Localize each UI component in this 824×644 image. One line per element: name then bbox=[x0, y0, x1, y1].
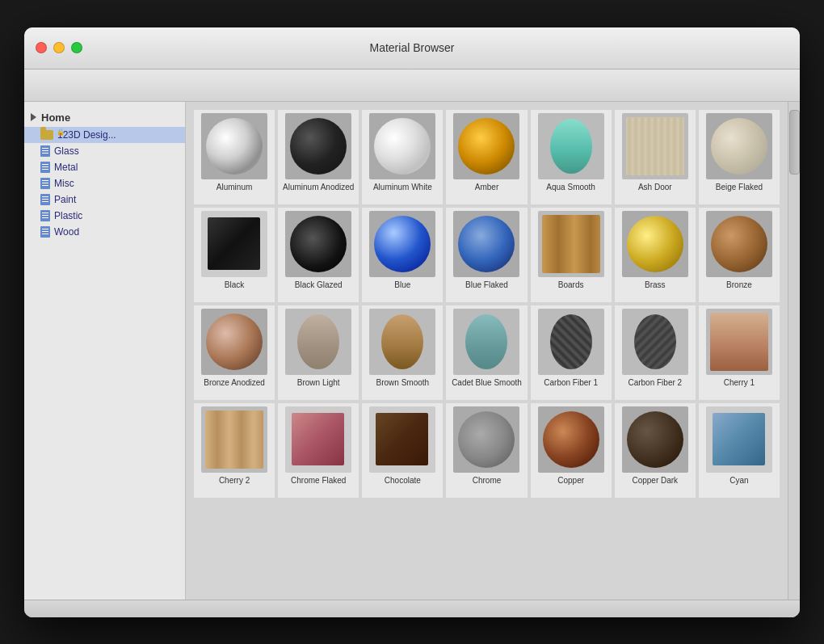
sidebar: Home 123D Desig... Glass Metal Misc bbox=[24, 102, 186, 600]
material-label-blue: Blue bbox=[394, 280, 410, 299]
ball-shape bbox=[206, 118, 263, 175]
ball-shape bbox=[290, 216, 347, 272]
ball-shape bbox=[458, 411, 515, 468]
sidebar-item-glass[interactable]: Glass bbox=[24, 143, 185, 159]
material-label-row4-5: Copper bbox=[557, 475, 584, 495]
sidebar-item-plastic[interactable]: Plastic bbox=[24, 208, 185, 224]
material-item-black-glazed[interactable]: Black Glazed bbox=[278, 208, 359, 302]
material-item-row4-6[interactable]: Copper Dark bbox=[615, 403, 696, 498]
material-item-brown-light[interactable]: Brown Light bbox=[278, 305, 359, 400]
material-item-aqua-smooth[interactable]: Aqua Smooth bbox=[531, 110, 612, 204]
material-item-bronze-anodized[interactable]: Bronze Anodized bbox=[194, 305, 275, 400]
cylinder-shape bbox=[550, 119, 592, 174]
main-content: Home 123D Desig... Glass Metal Misc bbox=[24, 102, 800, 600]
ball-shape bbox=[374, 216, 431, 272]
corner-shape bbox=[292, 413, 344, 465]
material-thumb-aluminum-anodized bbox=[285, 113, 351, 179]
material-item-brown-smooth[interactable]: Brown Smooth bbox=[362, 305, 443, 400]
material-label-carbon-fiber-2: Carbon Fiber 2 bbox=[628, 377, 682, 397]
material-item-carbon-fiber-1[interactable]: Carbon Fiber 1 bbox=[531, 305, 612, 400]
material-label-aluminum-anodized: Aluminum Anodized bbox=[283, 182, 354, 201]
material-item-row4-3[interactable]: Chocolate bbox=[362, 403, 443, 498]
material-thumb-bronze bbox=[706, 211, 772, 277]
material-thumb-row4-3 bbox=[369, 406, 435, 473]
material-grid-container[interactable]: AluminumAluminum AnodizedAluminum WhiteA… bbox=[186, 102, 788, 600]
material-item-blue-flaked[interactable]: Blue Flaked bbox=[446, 208, 527, 302]
scrollbar-thumb[interactable] bbox=[789, 110, 800, 175]
material-item-ash-door[interactable]: Ash Door bbox=[615, 110, 696, 204]
material-item-row4-4[interactable]: Chrome bbox=[446, 403, 527, 498]
cylinder-shape bbox=[634, 314, 676, 369]
close-button[interactable] bbox=[36, 42, 47, 53]
material-thumb-brown-smooth bbox=[369, 309, 435, 375]
ball-shape bbox=[627, 216, 683, 272]
cylinder-shape bbox=[297, 314, 339, 369]
material-thumb-blue-flaked bbox=[453, 211, 519, 277]
folder-locked-icon bbox=[40, 130, 53, 140]
material-item-cadet-blue-smooth[interactable]: Cadet Blue Smooth bbox=[446, 305, 527, 400]
sidebar-item-label: Plastic bbox=[54, 210, 82, 221]
material-grid: AluminumAluminum AnodizedAluminum WhiteA… bbox=[194, 110, 780, 498]
material-browser-window: Material Browser Home 123D Desig... Glas… bbox=[24, 27, 800, 617]
material-item-aluminum[interactable]: Aluminum bbox=[194, 110, 275, 204]
material-thumb-row4-2 bbox=[285, 406, 351, 473]
material-item-beige-flaked[interactable]: Beige Flaked bbox=[699, 110, 780, 204]
sidebar-home: Home bbox=[24, 108, 185, 127]
sidebar-item-metal[interactable]: Metal bbox=[24, 159, 185, 175]
material-thumb-bronze-anodized bbox=[201, 309, 267, 375]
material-thumb-row4-4 bbox=[453, 406, 519, 473]
sidebar-item-label: Wood bbox=[54, 226, 79, 238]
sidebar-item-label: Metal bbox=[54, 162, 78, 173]
material-item-row4-1[interactable]: Cherry 2 bbox=[194, 403, 275, 498]
corner-shape bbox=[376, 413, 428, 465]
material-thumb-cherry-1 bbox=[706, 309, 772, 375]
sidebar-item-123d-design[interactable]: 123D Desig... bbox=[24, 127, 185, 143]
material-item-cherry-1[interactable]: Cherry 1 bbox=[699, 305, 780, 400]
sidebar-item-label: Glass bbox=[54, 145, 79, 157]
material-item-carbon-fiber-2[interactable]: Carbon Fiber 2 bbox=[615, 305, 696, 400]
material-label-aluminum: Aluminum bbox=[217, 182, 252, 201]
maximize-button[interactable] bbox=[71, 42, 82, 53]
material-thumb-row4-5 bbox=[538, 406, 604, 473]
material-item-row4-2[interactable]: Chrome Flaked bbox=[278, 403, 359, 498]
material-item-aluminum-anodized[interactable]: Aluminum Anodized bbox=[278, 110, 359, 204]
material-item-amber[interactable]: Amber bbox=[446, 110, 527, 204]
material-item-aluminum-white[interactable]: Aluminum White bbox=[362, 110, 443, 204]
material-label-cherry-1: Cherry 1 bbox=[724, 377, 755, 397]
material-label-boards: Boards bbox=[558, 280, 584, 299]
sidebar-item-misc[interactable]: Misc bbox=[24, 175, 185, 192]
material-thumb-amber bbox=[453, 113, 519, 179]
window-title: Material Browser bbox=[369, 41, 454, 54]
sidebar-item-wood[interactable]: Wood bbox=[24, 224, 185, 240]
material-label-row4-7: Cyan bbox=[729, 475, 748, 495]
expand-icon bbox=[31, 113, 36, 121]
minimize-button[interactable] bbox=[53, 42, 65, 53]
material-thumb-brass bbox=[622, 211, 688, 277]
material-label-brown-light: Brown Light bbox=[297, 377, 340, 397]
material-label-amber: Amber bbox=[475, 182, 498, 201]
ball-shape bbox=[458, 216, 515, 272]
material-thumb-cadet-blue-smooth bbox=[453, 309, 519, 375]
material-thumb-beige-flaked bbox=[706, 113, 772, 179]
material-item-boards[interactable]: Boards bbox=[531, 208, 612, 302]
sidebar-item-paint[interactable]: Paint bbox=[24, 192, 185, 208]
material-label-row4-2: Chrome Flaked bbox=[291, 475, 346, 495]
material-label-row4-4: Chrome bbox=[473, 475, 502, 495]
ball-shape bbox=[206, 314, 263, 370]
material-item-row4-7[interactable]: Cyan bbox=[699, 403, 780, 498]
sidebar-item-label: 123D Desig... bbox=[57, 129, 116, 141]
cylinder-shape bbox=[381, 314, 423, 369]
material-item-brass[interactable]: Brass bbox=[615, 208, 696, 302]
material-item-black[interactable]: Black bbox=[194, 208, 275, 302]
ball-shape bbox=[711, 118, 767, 175]
cylinder-shape bbox=[465, 314, 507, 369]
material-label-bronze-anodized: Bronze Anodized bbox=[204, 377, 265, 397]
material-item-bronze[interactable]: Bronze bbox=[699, 208, 780, 302]
material-label-carbon-fiber-1: Carbon Fiber 1 bbox=[544, 377, 598, 397]
material-item-row4-5[interactable]: Copper bbox=[531, 403, 612, 498]
scrollbar-track[interactable] bbox=[788, 102, 800, 600]
material-thumb-row4-7 bbox=[706, 406, 772, 473]
material-label-brown-smooth: Brown Smooth bbox=[376, 377, 430, 397]
ball-shape bbox=[543, 411, 599, 468]
material-item-blue[interactable]: Blue bbox=[362, 208, 443, 302]
